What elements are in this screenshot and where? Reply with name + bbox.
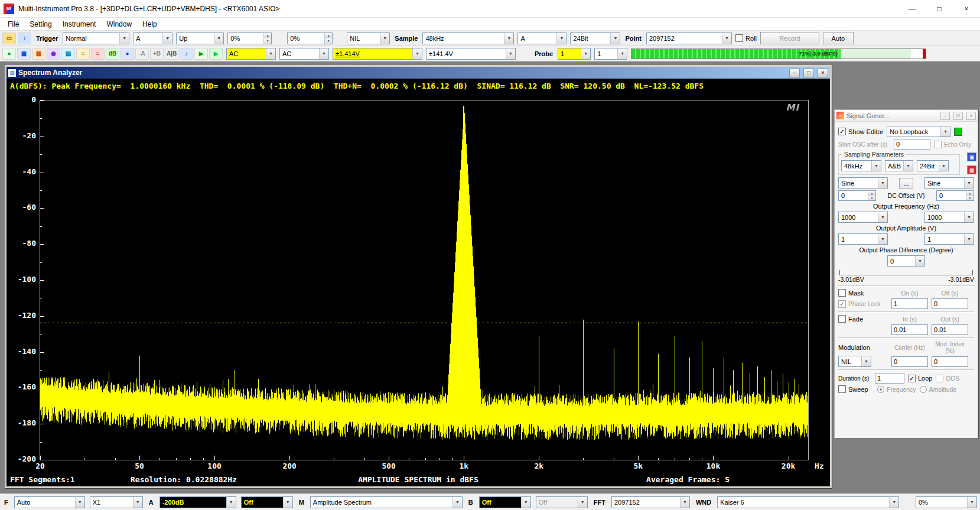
trigger-filter-select[interactable]: NIL▼ bbox=[347, 33, 390, 44]
menu-item-setting[interactable]: Setting bbox=[24, 18, 57, 31]
waveform-a-select[interactable]: Sine▼ bbox=[838, 177, 888, 189]
oscilloscope-icon[interactable]: ▦ bbox=[17, 48, 31, 60]
output-wave-icon[interactable]: ▶ bbox=[209, 48, 223, 60]
minimize-button[interactable]: — bbox=[898, 0, 926, 17]
spectrum-3d-plot-icon[interactable]: ▤ bbox=[61, 48, 75, 60]
derived-data-point-icon[interactable]: dB bbox=[106, 48, 119, 60]
siggen-sampling-rate-select[interactable]: 48kHz▼ bbox=[841, 160, 881, 171]
overlap-select[interactable]: 0%▼ bbox=[916, 496, 977, 508]
plus-b-icon[interactable]: +B bbox=[150, 48, 164, 60]
spectrum-analyzer-icon[interactable]: ▥ bbox=[32, 48, 45, 60]
trigger-edge-select[interactable]: Up▼ bbox=[176, 33, 224, 44]
spin-down-icon[interactable]: ▼ bbox=[325, 38, 332, 44]
trigger-level-spinner[interactable]: 0%▲▼ bbox=[227, 33, 272, 44]
zoom-select[interactable]: X1▼ bbox=[90, 496, 143, 508]
a-range-select[interactable]: -200dB▼ bbox=[159, 496, 236, 508]
start-osc-input[interactable]: 0 bbox=[894, 139, 930, 150]
record-length-select[interactable]: 2097152▼ bbox=[646, 33, 732, 44]
frequency-axis-select[interactable]: Auto▼ bbox=[14, 496, 85, 508]
hotkey-icon[interactable]: ● bbox=[121, 48, 134, 60]
siggen-restore-button[interactable]: □ bbox=[953, 112, 963, 120]
amplitude-b-select[interactable]: 1▼ bbox=[924, 233, 974, 245]
fft-size-select[interactable]: 2097152▼ bbox=[611, 496, 690, 508]
coupling-b-select[interactable]: AC▼ bbox=[279, 48, 329, 60]
sweep-amplitude-radio[interactable]: Amplitude bbox=[920, 386, 957, 393]
mask-checkbox[interactable]: Mask bbox=[838, 289, 888, 297]
probe-b-select[interactable]: 1▼ bbox=[594, 48, 627, 60]
spin-down-icon[interactable]: ▼ bbox=[966, 196, 974, 201]
multimeter-icon[interactable]: ◉ bbox=[47, 48, 60, 60]
signal-generator-icon[interactable]: ≈ bbox=[91, 48, 105, 60]
spectrum-restore-button[interactable]: □ bbox=[803, 69, 814, 77]
phase-lock-checkbox[interactable]: Phase Lock bbox=[838, 300, 888, 308]
trigger-mode-select[interactable]: Normal▼ bbox=[63, 33, 129, 44]
mod-index-input[interactable]: 0 bbox=[932, 356, 968, 367]
fade-in-input[interactable]: 0.01 bbox=[891, 324, 928, 335]
dds-checkbox[interactable]: DDS bbox=[936, 375, 959, 382]
range-b-select[interactable]: ±141.4V▼ bbox=[426, 48, 516, 60]
fade-checkbox[interactable]: Fade bbox=[838, 315, 888, 323]
maximize-button[interactable]: □ bbox=[926, 0, 953, 17]
spectrum-minimize-button[interactable]: – bbox=[789, 69, 800, 77]
siggen-minimize-button[interactable]: – bbox=[940, 112, 950, 120]
fade-out-input[interactable]: 0.01 bbox=[932, 324, 968, 335]
carrier-input[interactable]: 0 bbox=[891, 356, 928, 367]
sampling-channel-select[interactable]: A▼ bbox=[517, 33, 566, 44]
a-ref-select[interactable]: Off▼ bbox=[241, 496, 293, 508]
menu-item-instrument[interactable]: Instrument bbox=[57, 18, 102, 31]
play-icon[interactable]: ▶ bbox=[194, 48, 208, 60]
spectrum-close-button[interactable]: × bbox=[818, 69, 828, 77]
a-b-ratio-icon[interactable]: A|B bbox=[165, 48, 178, 60]
b-range-select[interactable]: Off▼ bbox=[479, 496, 531, 508]
spin-up-icon[interactable]: ▲ bbox=[325, 33, 332, 39]
trigger-settings-icon[interactable]: ↕ bbox=[18, 33, 31, 44]
duration-input[interactable]: 1 bbox=[875, 373, 904, 384]
loop-checkbox[interactable]: Loop bbox=[908, 375, 932, 382]
record-button[interactable]: Record bbox=[760, 32, 819, 44]
waveform-b-select[interactable]: Sine▼ bbox=[924, 177, 974, 189]
spin-up-icon[interactable]: ▲ bbox=[868, 191, 875, 196]
dc-offset-b-spinner[interactable]: 0▲▼ bbox=[936, 190, 974, 201]
siggen-bits-select[interactable]: 24Bit▼ bbox=[917, 160, 949, 171]
sampling-rate-select[interactable]: 48kHz▼ bbox=[422, 33, 514, 44]
spectrum-analyzer-titlebar[interactable]: ▥ Spectrum Analyzer – □ × bbox=[6, 67, 830, 79]
spin-up-icon[interactable]: ▲ bbox=[966, 191, 974, 196]
output-level-slider[interactable] bbox=[839, 269, 973, 275]
display-mode-select[interactable]: Amplitude Spectrum▼ bbox=[310, 496, 463, 508]
menu-item-file[interactable]: File bbox=[2, 18, 24, 31]
output-on-indicator[interactable] bbox=[954, 128, 962, 136]
siggen-channels-select[interactable]: A&B▼ bbox=[885, 160, 913, 171]
menu-item-window[interactable]: Window bbox=[101, 18, 137, 31]
sweep-checkbox[interactable]: Sweep bbox=[838, 385, 874, 393]
spin-down-icon[interactable]: ▼ bbox=[868, 196, 875, 201]
siggen-close-button[interactable]: × bbox=[966, 112, 976, 120]
spin-up-icon[interactable]: ▲ bbox=[264, 33, 271, 39]
signal-generator-titlebar[interactable]: ≈ Signal Gener... – □ × bbox=[835, 110, 978, 122]
save-icon[interactable]: ▣ bbox=[967, 152, 976, 161]
spin-down-icon[interactable]: ▼ bbox=[264, 38, 271, 44]
modulation-type-select[interactable]: NIL▼ bbox=[838, 356, 871, 367]
coupling-a-select[interactable]: AC▼ bbox=[226, 48, 276, 60]
trigger-delay-spinner[interactable]: 0%▲▼ bbox=[287, 33, 333, 44]
mask-on-input[interactable]: 1 bbox=[891, 298, 928, 309]
probe-a-select[interactable]: 1▼ bbox=[558, 48, 591, 60]
menu-item-help[interactable]: Help bbox=[137, 18, 162, 31]
loopback-select[interactable]: No Loopback▼ bbox=[887, 126, 950, 137]
phase-difference-select[interactable]: 0▼ bbox=[887, 255, 925, 267]
speaker-icon[interactable]: ♪ bbox=[180, 48, 193, 60]
run-stop-icon[interactable]: ● bbox=[2, 48, 16, 60]
frequency-b-select[interactable]: 1000▼ bbox=[924, 212, 974, 223]
minus-a-icon[interactable]: -A bbox=[135, 48, 149, 60]
range-a-select[interactable]: ±1.414V▼ bbox=[333, 48, 422, 60]
bit-depth-select[interactable]: 24Bit▼ bbox=[570, 33, 620, 44]
sweep-frequency-radio[interactable]: Frequency bbox=[877, 386, 916, 393]
window-function-select[interactable]: Kaiser 6▼ bbox=[717, 496, 899, 508]
echo-only-checkbox[interactable]: Echo Only bbox=[934, 141, 971, 148]
b-ref-select[interactable]: Off▼ bbox=[536, 496, 588, 508]
waveform-more-button[interactable]: ... bbox=[899, 178, 913, 189]
open-file-icon[interactable]: ▭ bbox=[2, 33, 16, 44]
data-logger-icon[interactable]: ≈ bbox=[76, 48, 90, 60]
roll-checkbox[interactable]: Roll bbox=[735, 34, 757, 42]
frequency-a-select[interactable]: 1000▼ bbox=[838, 212, 888, 223]
trigger-source-select[interactable]: A▼ bbox=[133, 33, 172, 44]
